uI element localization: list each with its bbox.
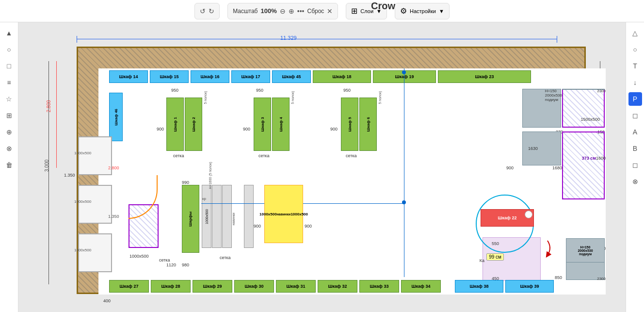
setka-label-1: сетка	[173, 153, 184, 158]
undo-button[interactable]: ↺	[200, 7, 206, 15]
cabinet-38[interactable]: Шкаф 38	[455, 280, 503, 293]
cabinet-39[interactable]: Шкаф 39	[505, 280, 554, 293]
tool-layers[interactable]: ⊗	[2, 142, 16, 155]
tool-circle[interactable]: ○	[2, 43, 16, 56]
dim-1630: 1630	[528, 146, 538, 151]
cabinet-1[interactable]: Шкаф 1	[166, 98, 184, 151]
cabinet-16[interactable]: Шкаф 16	[191, 70, 229, 83]
size-1000x500-1: 1000x500	[74, 151, 91, 155]
setka-label-left: сетка	[159, 258, 170, 263]
cabinet-33[interactable]: Шкаф 33	[359, 280, 399, 293]
dim-900-center: 900	[254, 224, 261, 229]
dim-400: 400	[103, 298, 111, 303]
zoom-in-button[interactable]: ⊕	[289, 7, 294, 15]
cabinet-18[interactable]: Шкаф 18	[313, 70, 371, 83]
h1600-label: H=1600 (5 полок)	[209, 162, 212, 189]
dim-left-line	[56, 61, 57, 168]
dim-1120: 1120	[166, 263, 176, 267]
settings-chevron: ▼	[439, 8, 444, 14]
tool-pointer[interactable]: ▲	[2, 26, 16, 40]
app-title: Crow	[371, 0, 395, 12]
tool-delete[interactable]: 🗑	[2, 158, 16, 172]
cabinet-34[interactable]: Шкаф 34	[401, 280, 441, 293]
cabinet-6[interactable]: Шкаф 6	[359, 98, 377, 151]
reset-button[interactable]: ✕	[327, 7, 333, 15]
zoom-out-button[interactable]: ⊖	[280, 7, 286, 15]
tool-rectangle[interactable]: □	[2, 59, 16, 73]
size-strip-4	[244, 185, 254, 248]
floor-plan: 11.329 2.800 3.000 6.600 Шкаф 14 Шкаф 15…	[48, 37, 600, 309]
cabinet-yellow[interactable]: 1000x500 навинки 1000x500	[264, 185, 303, 243]
cabinet-32[interactable]: Шкаф 32	[318, 280, 357, 293]
dim-top-right-tick	[557, 36, 557, 43]
cabinet-4[interactable]: Шкаф 4	[272, 98, 290, 151]
dim-top-line	[77, 39, 557, 39]
setka-label-3: сетка	[346, 153, 356, 158]
cabinet-23[interactable]: Шкаф 23	[438, 70, 531, 83]
cabinet-31[interactable]: Шкаф 31	[276, 280, 316, 293]
right-tool-box[interactable]: ◻	[628, 158, 642, 172]
door-area	[78, 136, 112, 175]
cabinet-30[interactable]: Шкаф 30	[234, 280, 274, 293]
door-area-2	[78, 185, 112, 224]
gray-bottom-right-2: H=1502000x530подиум	[566, 238, 605, 263]
size-1000x500-2: 1000x500	[74, 199, 91, 204]
right-tool-download[interactable]: ↓	[628, 76, 642, 89]
cabinet-2[interactable]: Шкаф 2	[185, 98, 202, 151]
more-button[interactable]: •••	[297, 7, 305, 15]
door-area-3	[78, 233, 112, 272]
dim-1350: 1.350	[108, 214, 119, 219]
cabinet-14[interactable]: Шкаф 14	[109, 70, 148, 83]
right-tool-a[interactable]: A	[628, 125, 642, 139]
right-tool-b[interactable]: B	[628, 142, 642, 155]
scale-label: Масштаб	[233, 8, 258, 15]
dim-outer-left-label: 3.000	[44, 160, 49, 172]
size-1000x500-3: 1000x500	[74, 248, 91, 252]
blue-line-h	[201, 203, 405, 204]
tool-grid[interactable]: ⊞	[2, 109, 16, 122]
right-tool-target[interactable]: ⊗	[628, 175, 642, 188]
cabinet-22[interactable]: Шкаф 22 ✎	[481, 209, 534, 227]
shelves-label-1: 5 полок)	[204, 91, 207, 104]
settings-group[interactable]: ⚙ Настройки ▼	[395, 3, 450, 19]
cabinet-5[interactable]: Шкаф 5	[341, 98, 358, 151]
dim-top-label: 11.329	[280, 35, 297, 41]
canvas-area[interactable]: 11.329 2.800 3.000 6.600 Шкаф 14 Шкаф 15…	[18, 22, 626, 312]
tool-add[interactable]: ⊕	[2, 125, 16, 139]
right-tool-circle[interactable]: ○	[628, 43, 642, 56]
measure-99: 99 см	[486, 253, 504, 261]
redo-button[interactable]: ↻	[209, 7, 214, 15]
cabinet-3[interactable]: Шкаф 3	[254, 98, 271, 151]
dim-2800: 2.800	[108, 165, 119, 170]
shelves-label-2: 5 полок)	[291, 91, 294, 104]
dim-1680: 1680	[552, 165, 562, 170]
inner-room[interactable]: Шкаф 14 Шкаф 15 Шкаф 16 Шкаф 17 Шкаф 45 …	[98, 68, 606, 295]
right-tool-triangle[interactable]: △	[628, 26, 642, 40]
cabinet-27[interactable]: Шкаф 27	[109, 280, 149, 293]
right-tool-text[interactable]: T	[628, 59, 642, 73]
tool-text-list[interactable]: ≡	[2, 76, 16, 89]
cabinet-46[interactable]: Шкаф 46	[109, 93, 123, 141]
tool-star[interactable]: ☆	[2, 92, 16, 106]
right-tool-rect[interactable]: ◻	[628, 109, 642, 122]
cabinet-15[interactable]: Шкаф 15	[150, 70, 189, 83]
right-tool-active[interactable]: P	[628, 92, 642, 106]
dim-373: 373 см	[582, 156, 596, 161]
cabinet-sharfy[interactable]: Шарфы	[182, 185, 199, 253]
dim-980: 980	[182, 263, 189, 267]
size-1000x500-left: 1000x500	[129, 254, 149, 259]
cabinet-45[interactable]: Шкаф 45	[272, 70, 311, 83]
undo-redo-group: ↺ ↻	[194, 3, 220, 19]
settings-label: Настройки	[410, 8, 436, 14]
cabinet-28[interactable]: Шкаф 28	[151, 280, 191, 293]
left-sidebar: ▲ ○ □ ≡ ☆ ⊞ ⊕ ⊗ 🗑	[0, 22, 18, 312]
cabinet-17[interactable]: Шкаф 17	[231, 70, 270, 83]
dim-850: 850	[555, 275, 562, 280]
outer-wall: Шкаф 14 Шкаф 15 Шкаф 16 Шкаф 17 Шкаф 45 …	[77, 47, 586, 294]
cabinet-29[interactable]: Шкаф 29	[193, 280, 232, 293]
edit-icon-22[interactable]: ✎	[525, 211, 532, 218]
dim-950: 950	[171, 88, 178, 93]
dim-900-2: 900	[243, 127, 250, 131]
right-sidebar: △ ○ T ↓ P ◻ A B ◻ ⊗	[626, 22, 644, 312]
size-strip-2	[212, 185, 222, 248]
